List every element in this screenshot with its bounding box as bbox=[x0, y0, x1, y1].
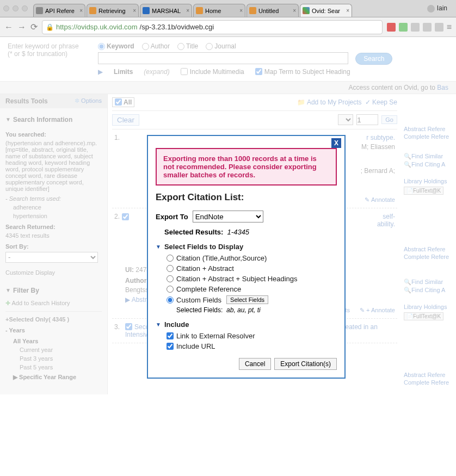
result-checkbox[interactable] bbox=[125, 323, 132, 330]
complete-reference-link[interactable]: Complete Refere bbox=[404, 133, 454, 140]
tab-ovid[interactable]: Ovid: Sear× bbox=[300, 4, 352, 17]
complete-reference-link[interactable]: Complete Refere bbox=[404, 254, 454, 260]
export-citations-button[interactable]: Export Citation(s) bbox=[274, 358, 337, 370]
field-option-custom[interactable]: Custom FieldsSelect Fields bbox=[167, 295, 337, 304]
extension-icon[interactable] bbox=[399, 23, 408, 32]
add-to-projects-link[interactable]: 📁 Add to My Projects bbox=[297, 98, 361, 106]
extension-icon[interactable] bbox=[435, 23, 443, 32]
abstract-reference-link[interactable]: Abstract Refere bbox=[404, 246, 454, 252]
cancel-button[interactable]: Cancel bbox=[239, 358, 271, 370]
radio-input[interactable] bbox=[142, 43, 149, 50]
select-fields-header[interactable]: ▼Select Fields to Display bbox=[156, 243, 337, 251]
close-icon[interactable]: × bbox=[239, 8, 243, 14]
map-term-checkbox[interactable]: Map Term to Subject Heading bbox=[255, 68, 350, 76]
window-controls[interactable] bbox=[3, 5, 28, 11]
maximize-window-dot[interactable] bbox=[22, 5, 28, 11]
include-url-checkbox[interactable]: Include URL bbox=[167, 342, 337, 350]
find-similar-link[interactable]: 🔍Find Similar bbox=[404, 279, 454, 286]
access-link[interactable]: Bas bbox=[437, 84, 448, 91]
tab-marshal[interactable]: MARSHAL× bbox=[140, 4, 192, 17]
fulltext-button[interactable]: 📄FullText@K bbox=[404, 312, 443, 320]
close-icon[interactable]: × bbox=[293, 8, 296, 14]
close-icon[interactable]: × bbox=[79, 8, 83, 14]
tab-api[interactable]: API Refere× bbox=[33, 4, 85, 17]
extension-icon[interactable] bbox=[423, 23, 432, 32]
close-icon[interactable]: × bbox=[133, 8, 136, 14]
close-button[interactable]: X bbox=[331, 138, 341, 148]
field-option-complete[interactable]: Complete Reference bbox=[167, 285, 337, 293]
annotate-link[interactable]: ✎ Annotate bbox=[365, 196, 395, 203]
abstract-reference-link[interactable]: Abstract Refere bbox=[404, 126, 454, 132]
sort-select[interactable]: - bbox=[5, 252, 98, 263]
reload-button[interactable]: ⟳ bbox=[30, 22, 38, 32]
search-icon: 🔍 bbox=[404, 287, 411, 293]
limits-label[interactable]: Limits bbox=[114, 68, 133, 76]
customize-display-link[interactable]: Customize Display bbox=[5, 269, 102, 276]
extension-icon[interactable] bbox=[387, 23, 396, 32]
include-header[interactable]: ▼Include bbox=[156, 320, 337, 329]
tab-untitled[interactable]: Untitled× bbox=[247, 4, 299, 17]
close-icon[interactable]: × bbox=[186, 8, 189, 14]
filter-by-header[interactable]: ▼Filter By bbox=[5, 283, 102, 298]
complete-reference-link[interactable]: Complete Refere bbox=[404, 379, 454, 386]
field-option-headings[interactable]: Citation + Abstract + Subject Headings bbox=[167, 275, 337, 283]
find-similar-link[interactable]: 🔍Find Similar bbox=[404, 153, 454, 160]
close-icon[interactable]: × bbox=[346, 8, 349, 14]
extension-icon[interactable] bbox=[411, 23, 420, 32]
radio-keyword[interactable]: Keyword bbox=[98, 42, 134, 50]
radio-input[interactable] bbox=[98, 43, 105, 50]
radio-input[interactable] bbox=[177, 43, 184, 50]
annotate-link[interactable]: ✎ + Annotate bbox=[360, 307, 395, 314]
specific-year-range[interactable]: ▶ Specific Year Range bbox=[13, 374, 102, 381]
back-button[interactable]: ← bbox=[4, 22, 13, 32]
find-citing-link[interactable]: 🔍Find Citing A bbox=[404, 287, 454, 294]
select-fields-button[interactable]: Select Fields bbox=[226, 295, 268, 304]
include-multimedia-checkbox[interactable]: Include Multimedia bbox=[181, 68, 244, 76]
options-link[interactable]: ✲ Options bbox=[75, 97, 102, 104]
find-citing-link[interactable]: 🔍Find Citing A bbox=[404, 161, 454, 168]
search-button[interactable]: Search bbox=[355, 53, 392, 65]
plus-icon: ✚ bbox=[5, 300, 10, 306]
select-all-checkbox[interactable]: All bbox=[112, 97, 134, 107]
field-option-abstract[interactable]: Citation + Abstract bbox=[167, 264, 337, 273]
forward-button[interactable]: → bbox=[17, 22, 26, 32]
field-option-citation[interactable]: Citation (Title,Author,Source) bbox=[167, 254, 337, 262]
menu-icon[interactable]: ≡ bbox=[447, 22, 452, 32]
include-resolver-checkbox[interactable]: Link to External Resolver bbox=[167, 332, 337, 340]
radio-journal[interactable]: Journal bbox=[206, 42, 236, 50]
limits-expand[interactable]: (expand) bbox=[144, 68, 169, 76]
page-select[interactable] bbox=[338, 114, 353, 125]
add-to-history-link[interactable]: ✚ Add to Search History bbox=[5, 300, 102, 307]
selected-only-link[interactable]: +Selected Only( 4345 ) bbox=[5, 316, 102, 323]
current-year-link[interactable]: Current year bbox=[20, 347, 102, 353]
minimize-window-dot[interactable] bbox=[13, 5, 19, 11]
close-window-dot[interactable] bbox=[3, 5, 9, 11]
all-years-link[interactable]: All Years bbox=[13, 338, 102, 344]
past-5-years-link[interactable]: Past 5 years bbox=[20, 364, 102, 370]
search-input[interactable] bbox=[98, 52, 348, 64]
url-input[interactable]: 🔒 https://ovidsp.uk.ovid.com/sp-3.23.1b/… bbox=[42, 20, 383, 34]
page-input[interactable] bbox=[356, 114, 378, 125]
library-holdings-link[interactable]: Library Holdings bbox=[404, 304, 454, 310]
chevron-right-icon[interactable]: ▶ bbox=[98, 68, 103, 76]
gear-icon: ✲ bbox=[75, 97, 79, 104]
go-button[interactable]: Go bbox=[381, 115, 397, 124]
tab-home[interactable]: Home× bbox=[193, 4, 245, 17]
library-holdings-link[interactable]: Library Holdings bbox=[404, 178, 454, 184]
past-3-years-link[interactable]: Past 3 years bbox=[20, 355, 102, 362]
export-format-select[interactable]: EndNote bbox=[193, 211, 263, 222]
results-toolbar: All 📁 Add to My Projects ✓ Keep Se bbox=[112, 94, 397, 110]
radio-title[interactable]: Title bbox=[177, 42, 198, 50]
abstract-reference-link[interactable]: Abstract Refere bbox=[404, 372, 454, 378]
clear-button[interactable]: Clear bbox=[112, 114, 139, 126]
radio-author[interactable]: Author bbox=[142, 42, 170, 50]
search-icon: 🔍 bbox=[404, 153, 411, 159]
fulltext-button[interactable]: 📄FullText@K bbox=[404, 187, 443, 195]
search-info-header[interactable]: ▼Search Information bbox=[5, 113, 102, 127]
result-number: 2. bbox=[114, 213, 120, 220]
keep-selected-link[interactable]: ✓ Keep Se bbox=[365, 98, 397, 106]
user-profile[interactable]: Iain bbox=[422, 4, 453, 13]
tab-retrieving[interactable]: Retrieving× bbox=[87, 4, 139, 17]
radio-input[interactable] bbox=[206, 43, 213, 50]
result-checkbox[interactable] bbox=[122, 213, 129, 220]
